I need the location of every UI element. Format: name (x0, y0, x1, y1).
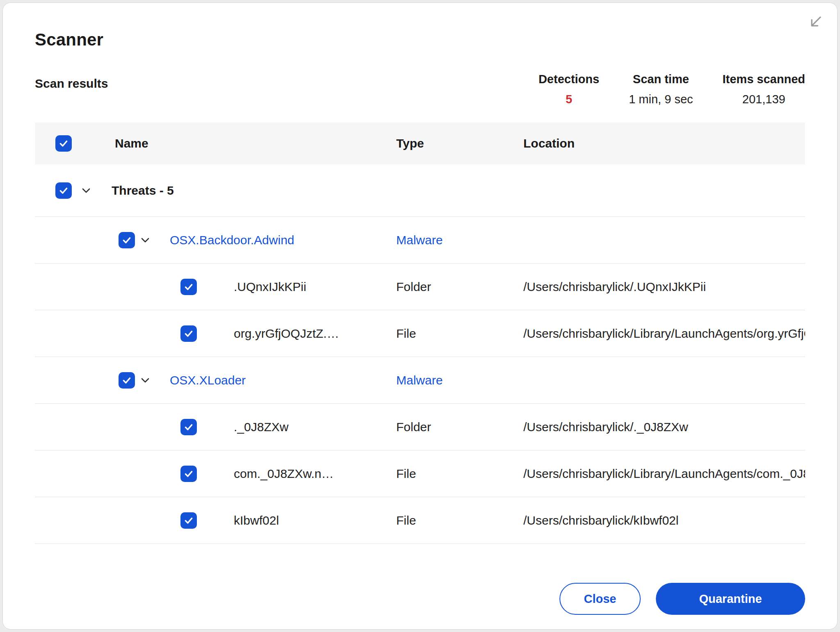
item-location: /Users/chrisbarylick/._0J8ZXw (523, 420, 805, 434)
threats-group-checkbox[interactable] (55, 182, 72, 199)
item-location: /Users/chrisbarylick/Library/LaunchAgent… (523, 327, 805, 341)
item-checkbox[interactable] (180, 419, 197, 435)
item-location: /Users/chrisbarylick/kIbwf02l (523, 514, 805, 527)
table-row-item: ._0J8ZXw Folder /Users/chrisbarylick/._0… (35, 404, 805, 450)
stat-scan-time-label: Scan time (629, 73, 693, 86)
column-header-type: Type (396, 136, 523, 150)
item-checkbox[interactable] (180, 325, 197, 342)
item-name: ._0J8ZXw (234, 420, 288, 434)
footer-actions: Close Quarantine (35, 583, 805, 615)
item-name: .UQnxIJkKPii (234, 280, 306, 294)
column-header-name: Name (115, 136, 148, 150)
stat-items-scanned: Items scanned 201,139 (723, 73, 805, 106)
table-row-threats-group[interactable]: Threats - 5 (35, 164, 805, 217)
table-row-threat[interactable]: OSX.XLoader Malware (35, 357, 805, 404)
scan-stats: Detections 5 Scan time 1 min, 9 sec Item… (539, 73, 805, 106)
table-row-item: com._0J8ZXw.n… File /Users/chrisbarylick… (35, 450, 805, 497)
item-type: File (396, 514, 523, 527)
scanner-window: Scanner Scan results Detections 5 Scan t… (2, 2, 838, 630)
chevron-down-icon[interactable] (141, 377, 150, 383)
threat-checkbox[interactable] (119, 372, 135, 389)
quarantine-button[interactable]: Quarantine (656, 583, 805, 615)
close-button[interactable]: Close (559, 583, 641, 615)
item-type: File (396, 327, 523, 341)
threats-group-label: Threats - 5 (112, 184, 174, 198)
table-row-item: kIbwf02l File /Users/chrisbarylick/kIbwf… (35, 497, 805, 544)
table-row-item: .UQnxIJkKPii Folder /Users/chrisbarylick… (35, 264, 805, 310)
column-header-location: Location (523, 136, 805, 150)
select-all-checkbox[interactable] (55, 135, 72, 152)
table-row-threat[interactable]: OSX.Backdoor.Adwind Malware (35, 217, 805, 264)
chevron-down-icon[interactable] (82, 188, 91, 193)
stat-scan-time: Scan time 1 min, 9 sec (629, 73, 693, 106)
stat-items-scanned-value: 201,139 (723, 93, 805, 106)
page-title: Scanner (35, 30, 805, 50)
item-location: /Users/chrisbarylick/Library/LaunchAgent… (523, 467, 805, 481)
item-checkbox[interactable] (180, 512, 197, 529)
item-type: File (396, 467, 523, 481)
item-name: org.yrGfjOQJztZ.… (234, 327, 339, 341)
threat-name-link[interactable]: OSX.XLoader (170, 373, 246, 387)
stat-scan-time-value: 1 min, 9 sec (629, 93, 693, 106)
stat-detections: Detections 5 (539, 73, 599, 106)
item-type: Folder (396, 420, 523, 434)
threat-type: Malware (396, 373, 523, 387)
threat-checkbox[interactable] (119, 232, 135, 248)
scan-results-table: Name Type Location Threats - 5 (35, 123, 805, 544)
stat-items-scanned-label: Items scanned (723, 73, 805, 86)
results-summary-bar: Scan results Detections 5 Scan time 1 mi… (35, 73, 805, 106)
collapse-icon[interactable] (806, 14, 824, 32)
chevron-down-icon[interactable] (141, 237, 150, 243)
item-checkbox[interactable] (180, 279, 197, 295)
item-name: kIbwf02l (234, 514, 279, 527)
item-checkbox[interactable] (180, 466, 197, 482)
table-header-row: Name Type Location (35, 123, 805, 164)
table-row-item: org.yrGfjOQJztZ.… File /Users/chrisbaryl… (35, 310, 805, 357)
item-type: Folder (396, 280, 523, 294)
item-name: com._0J8ZXw.n… (234, 467, 333, 481)
section-title: Scan results (35, 77, 108, 91)
stat-detections-value: 5 (539, 93, 599, 106)
threat-name-link[interactable]: OSX.Backdoor.Adwind (170, 233, 294, 247)
threat-type: Malware (396, 233, 523, 247)
stat-detections-label: Detections (539, 73, 599, 86)
item-location: /Users/chrisbarylick/.UQnxIJkKPii (523, 280, 805, 294)
